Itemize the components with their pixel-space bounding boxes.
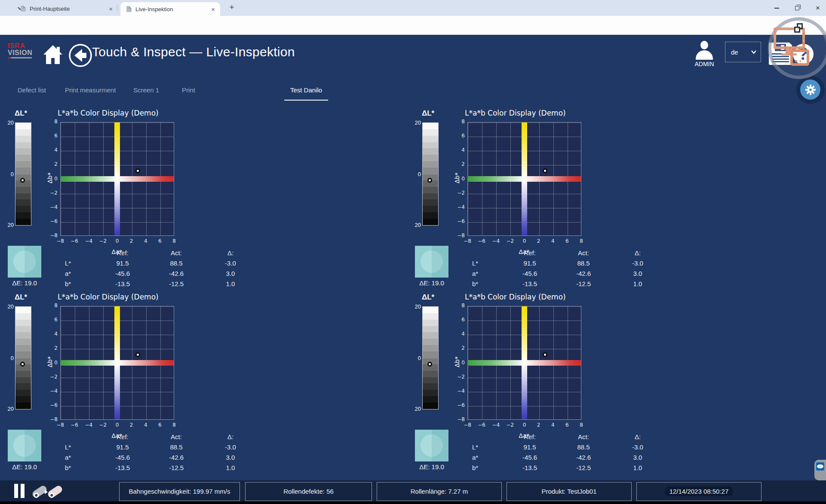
delta-e-value: ΔE: 19.0 [413, 279, 450, 287]
table-cell: -3.0 [205, 443, 256, 451]
delta-l-zero-line [423, 358, 438, 358]
table-cell: Δ: [612, 249, 663, 257]
color-panel: ΔL* 20 0 20 L*a*b Color Display (Demo) Δ… [413, 292, 820, 476]
table-cell: 1.0 [205, 280, 256, 287]
gear-icon [805, 84, 816, 95]
tab-close-icon[interactable]: × [106, 5, 118, 12]
table-cell: 1.0 [612, 280, 663, 287]
green-red-axis-bar [61, 176, 174, 182]
table-cell: -3.0 [612, 443, 663, 451]
table-row: a*-45.6-42.63.0 [456, 454, 663, 462]
table-cell: 3.0 [205, 270, 256, 277]
x-tick-label: 6 [153, 238, 167, 244]
roll-arrow-icon [45, 490, 48, 494]
roll-length-readout: Rollenlänge: 7.27 m [377, 482, 502, 501]
x-tick-label: −6 [475, 422, 488, 428]
window-close-button[interactable]: × [809, 0, 826, 16]
color-swatch [415, 246, 448, 278]
delta-l-marker-dot [20, 178, 25, 183]
green-red-axis-bar [468, 360, 581, 366]
pause-button[interactable] [14, 484, 25, 498]
x-tick-label: 2 [532, 238, 546, 244]
x-tick-label: −8 [461, 422, 474, 428]
y-tick-label: 0 [451, 176, 465, 182]
lab-color-plot [60, 306, 174, 420]
browser-toolbar: ← → i localhost:32776/onlineresults ☆ [0, 16, 826, 35]
table-cell: 91.5 [97, 260, 148, 267]
x-tick-label: −2 [503, 422, 517, 428]
y-tick-label: −6 [451, 218, 465, 224]
browser-tab-live-inspektion[interactable]: Live-Inspektion × [120, 2, 220, 16]
x-tick-label: 8 [574, 238, 588, 244]
tab-title: Live-Inspektion [135, 6, 209, 12]
settings-fab-button[interactable] [800, 79, 820, 100]
y-tick-label: −8 [44, 416, 58, 422]
delta-e-value: ΔE: 19.0 [6, 279, 43, 287]
table-cell: -12.5 [150, 464, 202, 471]
y-tick-label: 6 [44, 133, 58, 139]
table-header-row: Ref:Act:Δ: [456, 433, 663, 442]
delta-l-scale-top: 20 [413, 119, 421, 126]
new-tab-button[interactable]: + [227, 3, 237, 12]
roll-defects-readout: Rollendefekte: 56 [245, 482, 372, 501]
y-tick-label: 6 [44, 317, 58, 323]
page-favicon-icon [126, 6, 132, 12]
delta-l-scale-bottom: 20 [413, 222, 421, 228]
table-cell: L* [456, 443, 494, 451]
delta-l-title: ΔL* [422, 109, 434, 118]
color-panel: ΔL* 20 0 20 L*a*b Color Display (Demo) Δ… [6, 292, 413, 476]
y-tick-label: −4 [451, 388, 465, 394]
color-panel: ΔL* 20 0 20 L*a*b Color Display (Demo) Δ… [413, 108, 820, 292]
y-tick-label: −8 [44, 232, 58, 238]
teamviewer-flap[interactable]: ↔ [814, 460, 826, 480]
table-cell: 91.5 [504, 260, 556, 267]
bottom-black-strip [0, 501, 826, 504]
table-cell: a* [49, 270, 87, 277]
delta-l-title: ΔL* [422, 293, 434, 302]
delta-l-zero-line [15, 358, 31, 358]
table-cell: 88.5 [150, 443, 202, 451]
table-cell: Δ: [205, 249, 256, 257]
window-restore-button[interactable] [789, 0, 806, 16]
browser-tabstrip: Print-Hauptseite × Live-Inspektion × + × [0, 0, 826, 16]
x-tick-label: −8 [53, 238, 67, 244]
table-cell: Act: [150, 249, 202, 257]
delta-l-scale-mid: 0 [6, 355, 14, 361]
delta-l-title: ΔL* [15, 293, 27, 302]
x-tick-label: 4 [546, 422, 560, 428]
color-swatch [415, 430, 448, 461]
table-cell: -3.0 [612, 260, 663, 267]
panels-grid: ΔL* 20 0 20 L*a*b Color Display (Demo) Δ… [0, 35, 826, 504]
delta-l-gradient-bar [422, 306, 439, 409]
x-tick-label: −4 [489, 238, 503, 244]
y-tick-label: 8 [44, 302, 58, 309]
delta-l-gradient-bar [15, 122, 31, 226]
table-row: a*-45.6-42.63.0 [456, 270, 663, 278]
table-cell: -13.5 [97, 280, 148, 287]
y-tick-label: −2 [44, 190, 58, 196]
table-cell: a* [456, 454, 494, 461]
x-tick-label: 0 [111, 238, 124, 244]
table-cell: 3.0 [612, 270, 663, 277]
browser-tab-print-hauptseite[interactable]: Print-Hauptseite × [15, 3, 118, 15]
roll-right-icon [46, 484, 63, 499]
y-tick-label: 0 [44, 360, 58, 366]
tab-close-icon[interactable]: × [209, 6, 220, 13]
table-cell: Δ: [205, 433, 256, 440]
table-cell: -45.6 [97, 270, 148, 277]
y-tick-label: 0 [451, 360, 465, 366]
table-cell: Act: [558, 249, 609, 257]
x-tick-label: 8 [167, 422, 181, 428]
delta-l-zero-line [423, 174, 438, 174]
table-cell: -42.6 [150, 270, 202, 277]
color-panel: ΔL* 20 0 20 L*a*b Color Display (Demo) Δ… [6, 108, 413, 292]
delta-l-scale-top: 20 [6, 303, 14, 310]
delta-e-value: ΔE: 19.0 [6, 463, 43, 470]
x-tick-label: 4 [546, 238, 560, 244]
table-row: b*-13.5-12.51.0 [49, 464, 256, 473]
table-cell: a* [456, 270, 494, 277]
window-minimize-button[interactable] [768, 0, 785, 16]
y-tick-label: −8 [451, 416, 465, 422]
lab-color-plot [467, 122, 581, 236]
table-cell: -13.5 [97, 464, 148, 471]
